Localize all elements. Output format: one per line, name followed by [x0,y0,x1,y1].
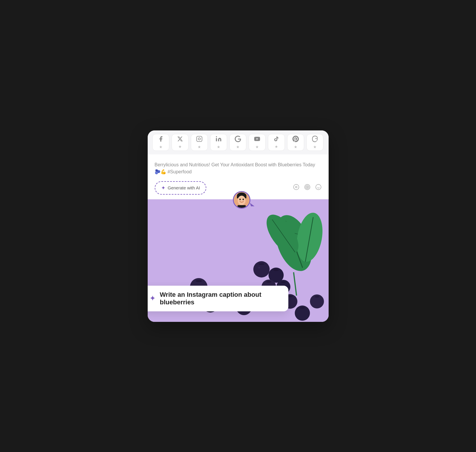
youtube-icon [254,136,260,144]
google-star: ★ [236,145,240,149]
generate-button-label: Generate with AI [168,185,200,190]
social-item-threads[interactable]: ★ [306,134,323,151]
svg-point-44 [300,307,305,308]
emoji-icon[interactable] [315,184,322,192]
ai-prompt-text: Write an Instagram caption about blueber… [160,291,281,306]
blueberry-background: ✦ Write an Instagram caption about blueb… [148,199,329,322]
sparkle-icon: ✦ [161,185,165,191]
pinterest-icon [292,136,299,144]
svg-point-38 [196,280,202,282]
x-twitter-icon [177,136,183,143]
svg-point-9 [307,186,308,188]
svg-point-28 [258,267,260,268]
svg-point-50 [238,196,246,205]
instagram-star: ★ [198,145,201,149]
svg-point-52 [243,198,244,200]
svg-point-34 [281,281,286,283]
youtube-star: ★ [255,145,259,149]
svg-point-27 [259,263,264,265]
tiktok-icon [273,136,279,143]
svg-point-10 [315,184,321,189]
svg-rect-0 [196,136,202,141]
svg-point-51 [239,198,241,200]
svg-point-7 [304,184,310,189]
social-item-x[interactable]: ★ [172,134,189,151]
social-item-linkedin[interactable]: ★ [210,134,227,151]
social-item-facebook[interactable]: ★ [152,134,169,151]
svg-rect-2 [216,138,217,141]
svg-point-46 [315,296,319,297]
google-icon [235,136,241,144]
facebook-icon [158,136,164,144]
svg-point-32 [266,281,271,283]
facebook-star: ★ [159,145,163,149]
avatar-container [216,191,267,209]
linkedin-star: ★ [217,145,220,149]
social-item-tiktok[interactable]: ★ [268,134,285,151]
main-card: ★ ★ ★ ★ ★ [148,130,329,322]
social-item-pinterest[interactable]: ★ [287,134,304,151]
social-item-youtube[interactable]: ★ [249,134,266,151]
tiktok-star: ★ [275,144,278,149]
svg-point-8 [306,185,309,189]
threads-star: ★ [313,145,317,149]
ai-prompt-sparkle-icon: ✦ [149,294,156,303]
svg-point-30 [273,269,279,271]
social-item-instagram[interactable]: ★ [191,134,208,151]
location-icon[interactable] [293,184,299,192]
toolbar-icons [293,184,322,192]
social-item-google[interactable]: ★ [229,134,246,151]
svg-point-6 [295,186,297,188]
image-section: ✦ Write an Instagram caption about blueb… [148,199,329,322]
instagram-icon [196,136,203,144]
social-bar: ★ ★ ★ ★ ★ [148,130,329,154]
x-star: ★ [178,144,182,149]
generate-ai-button[interactable]: ✦ Generate with AI [155,181,207,195]
caption-text: Berrylicious and Nutritious! Get Your An… [155,161,322,175]
user-avatar [233,191,250,209]
ai-prompt-overlay: ✦ Write an Instagram caption about blueb… [148,286,288,311]
svg-rect-53 [238,205,246,209]
svg-point-3 [216,136,217,137]
target-icon[interactable] [304,184,311,192]
linkedin-icon [215,136,222,144]
svg-point-5 [293,184,299,189]
threads-icon [312,136,318,144]
pinterest-star: ★ [294,145,297,149]
